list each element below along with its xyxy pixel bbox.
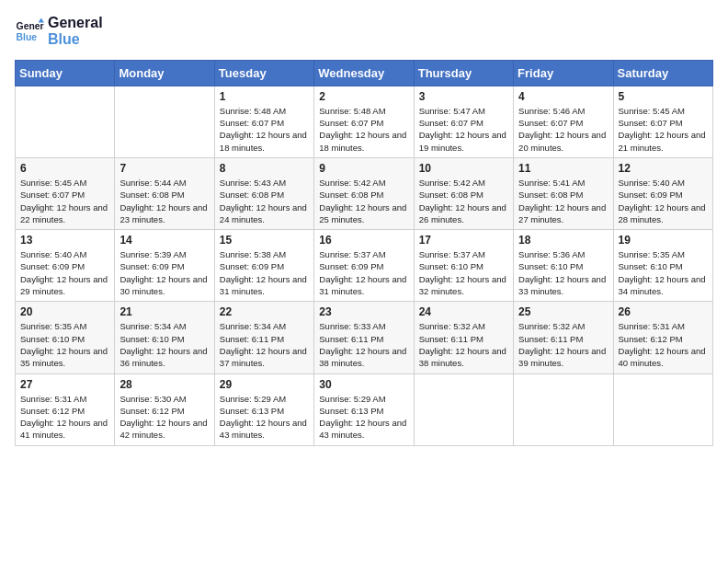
day-number: 15 [220,234,309,247]
day-number: 9 [319,162,408,175]
calendar-cell: 27Sunrise: 5:31 AM Sunset: 6:12 PM Dayli… [16,373,115,445]
day-info: Sunrise: 5:37 AM Sunset: 6:10 PM Dayligh… [419,248,508,297]
calendar-cell: 21Sunrise: 5:34 AM Sunset: 6:10 PM Dayli… [115,302,214,373]
day-number: 5 [619,90,708,103]
day-number: 21 [119,305,209,318]
day-info: Sunrise: 5:43 AM Sunset: 6:08 PM Dayligh… [220,177,309,225]
day-number: 13 [20,234,109,247]
logo-blue: Blue [48,31,103,48]
calendar-cell: 7Sunrise: 5:44 AM Sunset: 6:08 PM Daylig… [115,157,214,229]
day-number: 18 [518,234,608,247]
calendar-cell: 17Sunrise: 5:37 AM Sunset: 6:10 PM Dayli… [414,230,513,302]
day-info: Sunrise: 5:31 AM Sunset: 6:12 PM Dayligh… [20,393,109,442]
calendar-cell: 6Sunrise: 5:45 AM Sunset: 6:07 PM Daylig… [16,157,115,229]
day-number: 14 [119,234,209,247]
col-header-wednesday: Wednesday [314,60,414,86]
day-number: 30 [319,378,408,391]
day-info: Sunrise: 5:47 AM Sunset: 6:07 PM Dayligh… [419,105,508,154]
day-number: 4 [518,90,608,103]
calendar-cell: 9Sunrise: 5:42 AM Sunset: 6:08 PM Daylig… [314,157,414,229]
calendar-cell: 5Sunrise: 5:45 AM Sunset: 6:07 PM Daylig… [613,86,712,157]
day-number: 22 [220,305,309,318]
calendar-cell: 26Sunrise: 5:31 AM Sunset: 6:12 PM Dayli… [613,302,712,373]
calendar-cell: 18Sunrise: 5:36 AM Sunset: 6:10 PM Dayli… [514,230,613,302]
day-number: 1 [220,90,309,103]
day-info: Sunrise: 5:34 AM Sunset: 6:10 PM Dayligh… [119,320,209,369]
day-info: Sunrise: 5:40 AM Sunset: 6:09 PM Dayligh… [619,177,708,225]
calendar-cell [514,373,613,445]
day-info: Sunrise: 5:32 AM Sunset: 6:11 PM Dayligh… [419,320,508,369]
day-info: Sunrise: 5:38 AM Sunset: 6:09 PM Dayligh… [220,248,309,297]
day-info: Sunrise: 5:34 AM Sunset: 6:11 PM Dayligh… [220,320,309,369]
calendar-cell: 3Sunrise: 5:47 AM Sunset: 6:07 PM Daylig… [414,86,513,157]
calendar-week-3: 13Sunrise: 5:40 AM Sunset: 6:09 PM Dayli… [16,230,713,302]
day-number: 8 [220,162,309,175]
day-info: Sunrise: 5:31 AM Sunset: 6:12 PM Dayligh… [619,320,708,369]
calendar-cell: 15Sunrise: 5:38 AM Sunset: 6:09 PM Dayli… [214,230,313,302]
day-number: 19 [619,234,708,247]
day-number: 17 [419,234,508,247]
day-number: 6 [20,162,109,175]
calendar-cell: 16Sunrise: 5:37 AM Sunset: 6:09 PM Dayli… [314,230,414,302]
day-info: Sunrise: 5:29 AM Sunset: 6:13 PM Dayligh… [220,393,309,442]
calendar-cell [414,373,513,445]
calendar-cell: 4Sunrise: 5:46 AM Sunset: 6:07 PM Daylig… [514,86,613,157]
col-header-friday: Friday [514,60,613,86]
day-info: Sunrise: 5:39 AM Sunset: 6:09 PM Dayligh… [119,248,209,297]
day-info: Sunrise: 5:37 AM Sunset: 6:09 PM Dayligh… [319,248,408,297]
col-header-tuesday: Tuesday [214,60,313,86]
calendar-week-5: 27Sunrise: 5:31 AM Sunset: 6:12 PM Dayli… [16,373,713,445]
svg-marker-2 [39,18,44,23]
svg-text:Blue: Blue [17,32,38,42]
day-info: Sunrise: 5:35 AM Sunset: 6:10 PM Dayligh… [20,320,109,369]
day-info: Sunrise: 5:32 AM Sunset: 6:11 PM Dayligh… [518,320,608,369]
day-number: 11 [518,162,608,175]
logo-icon: General Blue [15,17,44,46]
day-info: Sunrise: 5:41 AM Sunset: 6:08 PM Dayligh… [518,177,608,225]
calendar-cell [613,373,712,445]
day-info: Sunrise: 5:33 AM Sunset: 6:11 PM Dayligh… [319,320,408,369]
day-number: 29 [220,378,309,391]
col-header-monday: Monday [115,60,214,86]
logo: General Blue General Blue [15,15,103,49]
day-info: Sunrise: 5:35 AM Sunset: 6:10 PM Dayligh… [619,248,708,297]
day-info: Sunrise: 5:36 AM Sunset: 6:10 PM Dayligh… [518,248,608,297]
calendar-cell: 20Sunrise: 5:35 AM Sunset: 6:10 PM Dayli… [16,302,115,373]
calendar-cell: 29Sunrise: 5:29 AM Sunset: 6:13 PM Dayli… [214,373,313,445]
day-info: Sunrise: 5:30 AM Sunset: 6:12 PM Dayligh… [119,393,209,442]
calendar-cell: 12Sunrise: 5:40 AM Sunset: 6:09 PM Dayli… [613,157,712,229]
calendar-cell: 19Sunrise: 5:35 AM Sunset: 6:10 PM Dayli… [613,230,712,302]
day-info: Sunrise: 5:46 AM Sunset: 6:07 PM Dayligh… [518,105,608,154]
day-number: 24 [419,305,508,318]
day-number: 28 [119,378,209,391]
calendar-week-4: 20Sunrise: 5:35 AM Sunset: 6:10 PM Dayli… [16,302,713,373]
calendar-header-row: SundayMondayTuesdayWednesdayThursdayFrid… [16,60,713,86]
day-number: 2 [319,90,408,103]
day-number: 27 [20,378,109,391]
calendar-cell: 11Sunrise: 5:41 AM Sunset: 6:08 PM Dayli… [514,157,613,229]
calendar-cell: 22Sunrise: 5:34 AM Sunset: 6:11 PM Dayli… [214,302,313,373]
calendar-cell: 14Sunrise: 5:39 AM Sunset: 6:09 PM Dayli… [115,230,214,302]
day-number: 7 [119,162,209,175]
calendar-cell: 23Sunrise: 5:33 AM Sunset: 6:11 PM Dayli… [314,302,414,373]
svg-text:General: General [17,22,44,32]
page-header: General Blue General Blue [15,15,713,49]
day-number: 16 [319,234,408,247]
calendar-cell: 13Sunrise: 5:40 AM Sunset: 6:09 PM Dayli… [16,230,115,302]
calendar-cell [115,86,214,157]
day-number: 23 [319,305,408,318]
day-info: Sunrise: 5:48 AM Sunset: 6:07 PM Dayligh… [319,105,408,154]
day-info: Sunrise: 5:45 AM Sunset: 6:07 PM Dayligh… [619,105,708,154]
day-info: Sunrise: 5:48 AM Sunset: 6:07 PM Dayligh… [220,105,309,154]
day-info: Sunrise: 5:44 AM Sunset: 6:08 PM Dayligh… [119,177,209,225]
day-info: Sunrise: 5:40 AM Sunset: 6:09 PM Dayligh… [20,248,109,297]
day-info: Sunrise: 5:42 AM Sunset: 6:08 PM Dayligh… [419,177,508,225]
calendar-week-2: 6Sunrise: 5:45 AM Sunset: 6:07 PM Daylig… [16,157,713,229]
day-number: 26 [619,305,708,318]
calendar-cell: 10Sunrise: 5:42 AM Sunset: 6:08 PM Dayli… [414,157,513,229]
calendar-cell: 28Sunrise: 5:30 AM Sunset: 6:12 PM Dayli… [115,373,214,445]
calendar-table: SundayMondayTuesdayWednesdayThursdayFrid… [15,60,713,446]
logo-general: General [48,15,103,31]
col-header-sunday: Sunday [16,60,115,86]
calendar-cell: 8Sunrise: 5:43 AM Sunset: 6:08 PM Daylig… [214,157,313,229]
